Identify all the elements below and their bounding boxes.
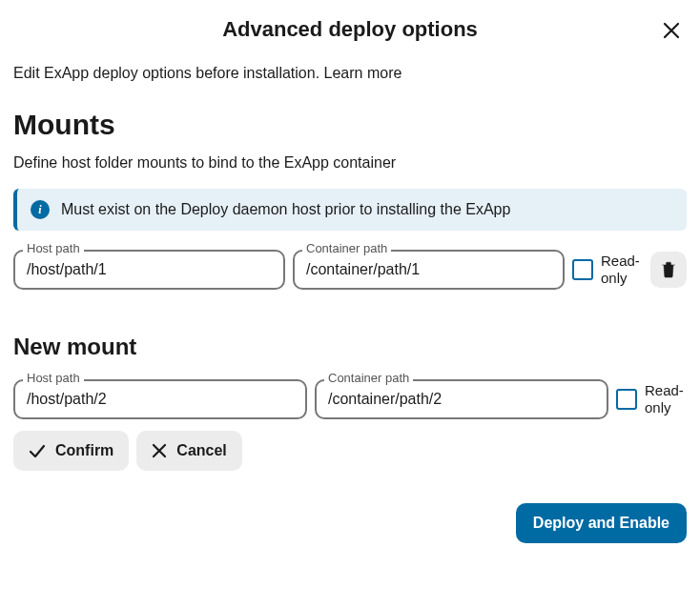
new-host-path-input[interactable] <box>13 379 307 419</box>
modal-header: Advanced deploy options <box>13 13 687 51</box>
deploy-and-enable-button[interactable]: Deploy and Enable <box>516 503 687 543</box>
new-container-path-input[interactable] <box>315 379 608 419</box>
confirm-button[interactable]: Confirm <box>13 431 129 471</box>
check-icon <box>29 442 46 459</box>
trash-icon <box>661 261 676 278</box>
container-path-label: Container path <box>302 241 391 255</box>
new-container-path-field: Container path <box>315 379 608 419</box>
readonly-checkbox-wrap: Read-only <box>572 253 643 287</box>
new-mount-heading: New mount <box>13 334 687 360</box>
info-icon: i <box>31 200 50 219</box>
mounts-note: i Must exist on the Deploy daemon host p… <box>13 189 687 231</box>
mounts-heading: Mounts <box>13 109 687 141</box>
x-icon <box>152 443 167 458</box>
advanced-deploy-modal: Advanced deploy options Edit ExApp deplo… <box>0 0 700 557</box>
host-path-label: Host path <box>23 241 84 255</box>
mounts-note-text: Must exist on the Deploy daemon host pri… <box>61 201 510 218</box>
close-icon <box>663 22 680 39</box>
modal-title: Advanced deploy options <box>222 17 478 42</box>
mounts-description: Define host folder mounts to bind to the… <box>13 154 687 172</box>
readonly-checkbox[interactable] <box>572 259 593 280</box>
close-button[interactable] <box>656 15 687 46</box>
existing-mount-row: Host path Container path Read-only <box>13 250 687 290</box>
host-path-field: Host path <box>13 250 285 290</box>
readonly-label: Read-only <box>601 253 643 287</box>
learn-more-link[interactable]: Learn more <box>324 65 402 81</box>
delete-mount-button[interactable] <box>650 252 687 288</box>
new-mount-row: Host path Container path Read-only <box>13 379 687 419</box>
new-readonly-label: Read-only <box>645 382 687 416</box>
cancel-button[interactable]: Cancel <box>136 431 241 471</box>
container-path-field: Container path <box>293 250 565 290</box>
host-path-input[interactable] <box>13 250 285 290</box>
new-readonly-checkbox-wrap: Read-only <box>616 382 687 416</box>
new-readonly-checkbox[interactable] <box>616 389 637 410</box>
modal-footer: Deploy and Enable <box>13 503 687 543</box>
new-host-path-label: Host path <box>23 371 84 385</box>
container-path-input[interactable] <box>293 250 565 290</box>
new-container-path-label: Container path <box>324 371 413 385</box>
new-host-path-field: Host path <box>13 379 307 419</box>
intro-text: Edit ExApp deploy options before install… <box>13 65 687 82</box>
new-mount-buttons: Confirm Cancel <box>13 431 687 471</box>
